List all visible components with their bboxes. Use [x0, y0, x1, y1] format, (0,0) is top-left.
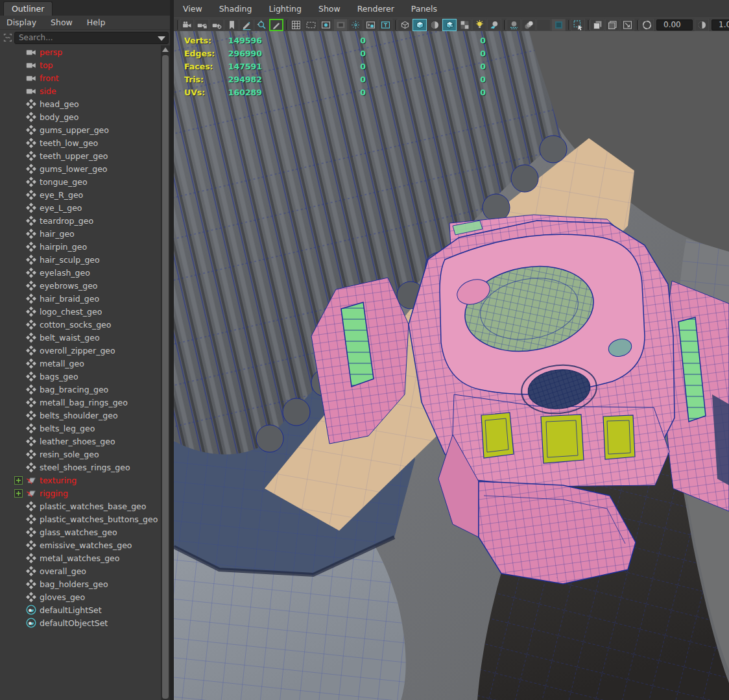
- outliner-item-side[interactable]: side: [0, 84, 161, 97]
- outliner-item-gums_lower_geo[interactable]: gums_lower_geo: [0, 162, 161, 175]
- outliner-item-gloves_geo[interactable]: gloves_geo: [0, 590, 161, 603]
- outliner-item-gums_upper_geo[interactable]: gums_upper_geo: [0, 123, 161, 136]
- outliner-item-metall_geo[interactable]: metall_geo: [0, 357, 161, 370]
- search-dropdown-icon[interactable]: [158, 36, 165, 41]
- ssao-icon[interactable]: [507, 19, 521, 31]
- isolate-select-icon[interactable]: [571, 19, 585, 31]
- outliner-scrollbar[interactable]: [161, 45, 170, 700]
- annotate-pencil-icon[interactable]: [269, 19, 283, 31]
- viewport-menu-lighting[interactable]: Lighting: [269, 4, 302, 14]
- camera-attributes-icon[interactable]: [209, 19, 224, 31]
- scroll-up-icon[interactable]: [162, 47, 169, 52]
- exposure-icon[interactable]: [639, 19, 654, 31]
- outliner-item-head_geo[interactable]: head_geo: [0, 97, 161, 110]
- gamma-field[interactable]: 1.00: [711, 19, 729, 30]
- item-label: head_geo: [40, 99, 79, 109]
- outliner-item-logo_chest_geo[interactable]: logo_chest_geo: [0, 305, 161, 318]
- motion-blur-icon[interactable]: [521, 19, 536, 31]
- outliner-item-hair_sculp_geo[interactable]: hair_sculp_geo: [0, 253, 161, 266]
- wireframe-icon[interactable]: [398, 19, 412, 31]
- outliner-item-teeth_low_geo[interactable]: teeth_low_geo: [0, 136, 161, 149]
- camera-icon[interactable]: [180, 19, 194, 31]
- outliner-item-plastic_watches_buttons_geo[interactable]: plastic_watches_buttons_geo: [0, 513, 161, 525]
- outliner-item-resin_sole_geo[interactable]: resin_sole_geo: [0, 448, 161, 461]
- expand-icon[interactable]: [14, 489, 23, 498]
- layered-texture-icon[interactable]: [605, 19, 619, 31]
- exposure-field[interactable]: 0.00: [656, 19, 693, 30]
- resolution-gate-icon[interactable]: [318, 19, 333, 31]
- viewport-menu-panels[interactable]: Panels: [411, 4, 437, 14]
- camera-lock-icon[interactable]: [195, 19, 209, 31]
- hud-component: 0: [366, 62, 486, 71]
- outliner-item-bag_holders_geo[interactable]: bag_holders_geo: [0, 577, 161, 590]
- viewport-canvas[interactable]: Verts:14959600Edges:29699000Faces:147591…: [174, 31, 729, 700]
- viewport-menu-renderer[interactable]: Renderer: [357, 4, 394, 14]
- pan-zoom-icon[interactable]: [254, 19, 269, 31]
- outliner-tab[interactable]: Outliner: [3, 1, 53, 16]
- lit-sphere-icon[interactable]: [427, 19, 442, 31]
- textured-icon[interactable]: [442, 19, 457, 31]
- outliner-item-bags_geo[interactable]: bags_geo: [0, 370, 161, 383]
- outliner-item-bag_bracing_geo[interactable]: bag_bracing_geo: [0, 383, 161, 396]
- lights-icon[interactable]: [472, 19, 486, 31]
- outliner-item-eyelash_geo[interactable]: eyelash_geo: [0, 266, 161, 279]
- outliner-item-eye_R_geo[interactable]: eye_R_geo: [0, 188, 161, 201]
- outliner-menu-show[interactable]: Show: [51, 18, 73, 27]
- bookmark-icon[interactable]: [224, 19, 239, 31]
- outliner-item-plastic_watches_base_geo[interactable]: plastic_watches_base_geo: [0, 500, 161, 513]
- use-default-material-icon[interactable]: [457, 19, 472, 31]
- outliner-item-leather_shoes_geo[interactable]: leather_shoes_geo: [0, 435, 161, 448]
- hud-label: Tris:: [184, 75, 221, 84]
- outliner-item-metall_bag_rings_geo[interactable]: metall_bag_rings_geo: [0, 396, 161, 409]
- outliner-item-cotton_socks_geo[interactable]: cotton_socks_geo: [0, 318, 161, 331]
- viewport-menu-view[interactable]: View: [183, 4, 202, 14]
- outliner-item-steel_shoes_rings_geo[interactable]: steel_shoes_rings_geo: [0, 461, 161, 474]
- grease-pencil-icon[interactable]: [239, 19, 254, 31]
- outliner-item-body_geo[interactable]: body_geo: [0, 110, 161, 123]
- outliner-item-belts_leg_geo[interactable]: belts_leg_geo: [0, 422, 161, 435]
- outliner-item-defaultLightSet[interactable]: defaultLightSet: [0, 603, 161, 616]
- outliner-item-eye_L_geo[interactable]: eye_L_geo: [0, 201, 161, 214]
- grid-icon[interactable]: [289, 19, 303, 31]
- shaded-icon[interactable]: [412, 19, 427, 31]
- expand-icon[interactable]: [14, 476, 23, 485]
- outliner-item-persp[interactable]: persp: [0, 45, 161, 58]
- outliner-item-hair_geo[interactable]: hair_geo: [0, 227, 161, 240]
- outliner-item-texturing[interactable]: texturing: [0, 474, 161, 487]
- shadows-icon[interactable]: [487, 19, 501, 31]
- outliner-item-belt_waist_geo[interactable]: belt_waist_geo: [0, 331, 161, 344]
- search-input[interactable]: [15, 33, 168, 42]
- scrollbar-thumb[interactable]: [162, 55, 169, 699]
- outliner-item-defaultObjectSet[interactable]: defaultObjectSet: [0, 616, 161, 629]
- safe-action-icon[interactable]: [363, 19, 377, 31]
- pane-link-icon[interactable]: [620, 19, 634, 31]
- outliner-item-emissive_watches_geo[interactable]: emissive_watches_geo: [0, 538, 161, 551]
- outliner-item-overoll_zipper_geo[interactable]: overoll_zipper_geo: [0, 344, 161, 357]
- outliner-item-hair_braid_geo[interactable]: hair_braid_geo: [0, 292, 161, 305]
- outliner-item-metal_watches_geo[interactable]: metal_watches_geo: [0, 551, 161, 564]
- field-chart-icon[interactable]: [348, 19, 363, 31]
- outliner-item-rigging[interactable]: rigging: [0, 487, 161, 500]
- tone-mapping-icon[interactable]: [536, 19, 551, 31]
- safe-title-icon[interactable]: [378, 19, 392, 31]
- outliner-item-teeth_upper_geo[interactable]: teeth_upper_geo: [0, 149, 161, 162]
- gate-mask-icon[interactable]: [333, 19, 348, 31]
- outliner-item-overall_geo[interactable]: overall_geo: [0, 564, 161, 577]
- film-gate-icon[interactable]: [304, 19, 318, 31]
- contrast-icon[interactable]: [695, 19, 709, 31]
- outliner-item-hairpin_geo[interactable]: hairpin_geo: [0, 240, 161, 253]
- outliner-item-eyebrows_geo[interactable]: eyebrows_geo: [0, 279, 161, 292]
- outliner-item-top[interactable]: top: [0, 58, 161, 71]
- outliner-item-front[interactable]: front: [0, 71, 161, 84]
- viewport-menu-show[interactable]: Show: [318, 4, 341, 14]
- outliner-item-teardrop_geo[interactable]: teardrop_geo: [0, 214, 161, 227]
- select-by-name-icon[interactable]: [1, 32, 14, 43]
- outliner-menu-help[interactable]: Help: [87, 18, 106, 27]
- outliner-item-tongue_geo[interactable]: tongue_geo: [0, 175, 161, 188]
- exposure-panel-icon[interactable]: [551, 19, 566, 31]
- outliner-item-glass_watches_geo[interactable]: glass_watches_geo: [0, 525, 161, 538]
- viewport-menu-shading[interactable]: Shading: [219, 4, 252, 14]
- outliner-menu-display[interactable]: Display: [6, 18, 36, 27]
- snapshot-icon[interactable]: [590, 19, 604, 31]
- outliner-item-belts_shoulder_geo[interactable]: belts_shoulder_geo: [0, 409, 161, 422]
